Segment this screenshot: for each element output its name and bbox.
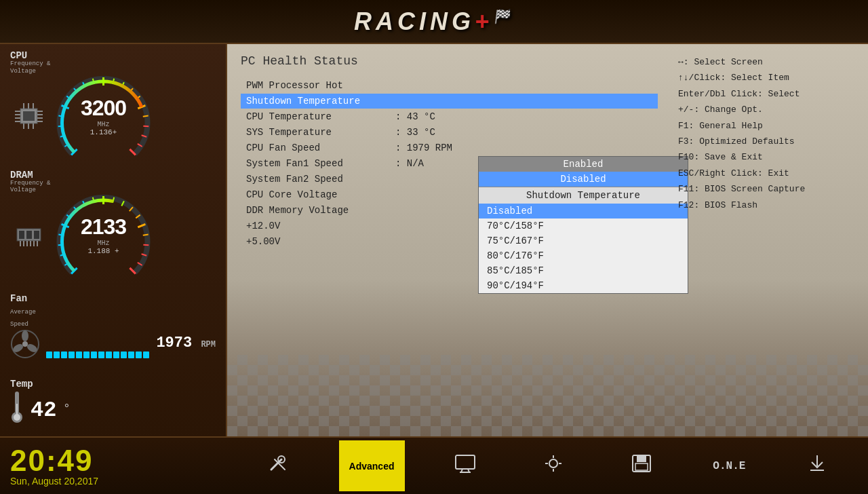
fan-bar-11 (128, 352, 134, 358)
cpu-value-box: 3200 MHz 1.136+ (47, 96, 159, 136)
save-tab-icon (631, 454, 652, 478)
fan-bars (46, 352, 216, 358)
dram-label: DRAM (10, 170, 33, 180)
fan-bar-row: 1973 RPM (10, 329, 216, 363)
svg-point-42 (549, 459, 557, 468)
logo-plus: + (475, 7, 493, 35)
fan-label-row: Fan AverageSpeed (10, 292, 216, 329)
temp-value-display: 42 ° (31, 398, 71, 423)
help-line-5: F3: Optimized Defaults (678, 134, 861, 149)
health-item-3[interactable]: SYS Temperature: 33 °C (241, 125, 658, 140)
cpu-icon (10, 100, 47, 131)
fan-bar-2 (61, 352, 67, 358)
dropdown-option-3[interactable]: 80°C/176°F (479, 248, 688, 263)
nav-tab-main[interactable] (251, 440, 305, 491)
dropdown-options: Disabled70°C/158°F75°C/167°F80°C/176°F85… (479, 204, 688, 293)
help-line-1: ↑↓/Click: Select Item (678, 70, 861, 86)
dram-section: DRAM Frequency &Voltage (10, 170, 216, 276)
dropdown-popup: Enabled Disabled Shutdown Temperature Di… (478, 156, 688, 294)
help-lines: ↔: Select Screen↑↓/Click: Select ItemEnt… (678, 54, 861, 213)
nav-tab-display[interactable] (438, 440, 492, 491)
help-line-4: F1: General Help (678, 118, 861, 134)
dropdown-option-5[interactable]: 90°C/194°F (479, 278, 688, 293)
nav-tab-download[interactable] (790, 440, 844, 491)
thermometer-icon (10, 390, 24, 430)
nav-tab-tools[interactable] (526, 440, 580, 491)
temp-number: 42 (31, 398, 56, 423)
svg-rect-38 (456, 455, 475, 469)
fan-value-area: 1973 RPM (46, 335, 216, 358)
health-item-label-0: PWM Processor Hot (246, 80, 395, 91)
dropdown-option-2[interactable]: 75°C/167°F (479, 233, 688, 248)
health-item-2[interactable]: CPU Temperature: 43 °C (241, 109, 658, 124)
dram-voltage: 1.188 + (47, 247, 159, 255)
fan-bar-7 (98, 352, 104, 358)
dram-sublabel: Frequency &Voltage (10, 180, 50, 195)
fan-icon (10, 329, 41, 363)
health-item-value-2: : 43 °C (395, 111, 435, 122)
fan-bar-8 (106, 352, 112, 358)
svg-rect-17 (19, 231, 24, 239)
help-line-3: +/-: Change Opt. (678, 102, 861, 117)
svg-rect-1 (23, 111, 35, 121)
svg-rect-18 (26, 231, 32, 239)
main-content: PC Health Status PWM Processor HotShutdo… (227, 44, 868, 436)
svg-point-34 (14, 414, 20, 421)
dram-speed-value: 2133 (47, 214, 159, 240)
help-line-6: F10: Save & Exit (678, 149, 861, 165)
svg-rect-49 (635, 463, 648, 470)
clock-area: 20:49 Sun, August 20,2017 (0, 446, 227, 487)
dropdown-option-4[interactable]: 85°C/185°F (479, 263, 688, 278)
health-item-label-4: CPU Fan Speed (246, 142, 395, 153)
one-tab-icon: O.N.E (713, 460, 745, 472)
dropdown-header: Enabled (479, 157, 688, 172)
fan-bar-4 (76, 352, 82, 358)
fan-sublabel: AverageSpeed (10, 309, 36, 328)
dram-speed-unit: MHz (47, 240, 159, 247)
cpu-sublabel: Frequency &Voltage (10, 60, 50, 75)
cpu-speed-value: 3200 (47, 96, 159, 121)
temp-label: Temp (10, 379, 33, 390)
fan-bar-5 (83, 352, 90, 358)
svg-point-27 (22, 341, 28, 347)
health-item-label-9: +12.0V (246, 221, 395, 231)
bottom-bar: 20:49 Sun, August 20,2017 Advanced (0, 436, 868, 494)
svg-rect-19 (34, 231, 39, 239)
temp-value-row: 42 ° (10, 390, 216, 430)
cpu-voltage: 1.136+ (47, 128, 159, 136)
fan-bar-12 (136, 352, 142, 358)
left-panel: CPU Frequency &Voltage (0, 44, 227, 436)
fan-bar-6 (91, 352, 97, 358)
health-item-4[interactable]: CPU Fan Speed: 1979 RPM (241, 140, 658, 155)
cpu-section: CPU Frequency &Voltage (10, 51, 216, 157)
dropdown-option-1[interactable]: 70°C/158°F (479, 218, 688, 233)
bottom-nav: Advanced (227, 440, 868, 491)
nav-tab-advanced[interactable]: Advanced (339, 440, 405, 491)
health-item-0[interactable]: PWM Processor Hot (241, 78, 658, 93)
temp-section: Temp 42 ° (10, 378, 216, 430)
logo-flag: 🏁 (493, 9, 514, 24)
fan-label: Fan (10, 293, 27, 304)
dram-row: DRAM Frequency &Voltage (10, 170, 216, 195)
health-title: PC Health Status (241, 54, 658, 68)
health-item-label-3: SYS Temperature (246, 127, 395, 138)
download-tab-icon (808, 454, 827, 478)
health-item-1[interactable]: Shutdown Temperature (241, 94, 658, 109)
health-item-label-8: DDR Memory Voltage (246, 205, 395, 216)
fan-bar-9 (113, 352, 119, 358)
nav-tab-save[interactable] (614, 440, 669, 491)
dram-gauge-row: 2133 MHz 1.188 + (10, 194, 216, 276)
fan-bar-3 (68, 352, 75, 358)
tools-tab-icon (544, 454, 563, 478)
cpu-gauge: 3200 MHz 1.136+ (47, 75, 159, 157)
health-item-label-7: CPU Core Voltage (246, 189, 395, 200)
display-tab-icon (454, 454, 476, 478)
health-item-label-6: System Fan2 Speed (246, 174, 395, 185)
dropdown-option-0[interactable]: Disabled (479, 204, 688, 218)
fan-bar-0 (46, 352, 52, 358)
cpu-speed-unit: MHz (47, 121, 159, 128)
nav-tab-one[interactable]: O.N.E (702, 440, 756, 491)
clock-date: Sun, August 20,2017 (10, 476, 217, 487)
dram-value-box: 2133 MHz 1.188 + (47, 214, 159, 255)
fan-section: Fan AverageSpeed 1973 RPM (10, 292, 216, 363)
